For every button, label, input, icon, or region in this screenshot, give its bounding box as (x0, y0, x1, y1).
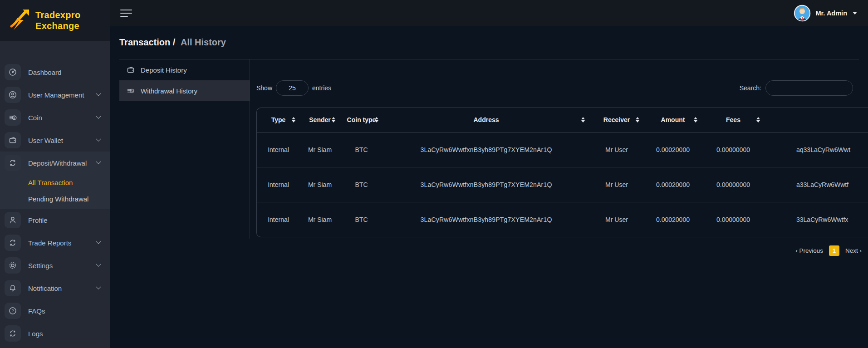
history-tabs: Deposit History $ Withdrawal History (119, 59, 250, 101)
entries-select[interactable]: 25 (276, 80, 309, 96)
chevron-down-icon (96, 91, 101, 96)
svg-text:$: $ (131, 89, 133, 93)
col-header-fees[interactable]: Fees (702, 108, 765, 132)
sidebar-item-settings[interactable]: Settings (0, 254, 110, 277)
table-row: Internal Mr Siam BTC 3LaCyRw6WwtfxnB3yh8… (257, 132, 868, 167)
chevron-down-icon (96, 159, 101, 164)
chevron-down-icon (96, 262, 101, 267)
pagination: ‹ Previous 1 Next › (256, 245, 868, 256)
tab-label: Withdrawal History (141, 87, 197, 95)
cell-amount: 0.00020000 (644, 167, 702, 202)
sidebar-item-label: Trade Reports (28, 239, 97, 247)
tab-deposit-history[interactable]: Deposit History (119, 59, 250, 80)
cell-address: 3LaCyRw6WwtfxnB3yh89PTg7XYEM2nAr1Q (383, 167, 589, 202)
cell-sender: Mr Siam (300, 132, 340, 167)
cell-sender: Mr Siam (300, 202, 340, 237)
topbar: Mr. Admin (110, 0, 868, 26)
sidebar-item-user-management[interactable]: User Management (0, 83, 110, 106)
cell-address: 3LaCyRw6WwtfxnB3yh89PTg7XYEM2nAr1Q (383, 132, 589, 167)
sidebar-item-deposit-withdrawal[interactable]: Deposit/Withdrawal (0, 152, 110, 174)
wallet-icon (127, 66, 135, 74)
col-header-amount[interactable]: Amount (644, 108, 702, 132)
cell-txid: 33LaCyRw6Wwtfx (765, 202, 868, 237)
sidebar-item-label: Coin (28, 114, 97, 122)
cell-txid: aq33LaCyRw6Wwt (765, 132, 868, 167)
cell-type: Internal (257, 202, 300, 237)
sidebar-item-label: Notification (28, 284, 97, 292)
page: Transaction / All History Deposit Histor… (110, 26, 868, 348)
tab-label: Deposit History (141, 66, 187, 74)
cell-fees: 0.00000000 (702, 202, 765, 237)
col-header-coin-type[interactable]: Coin type (340, 108, 383, 132)
col-header-type[interactable]: Type (257, 108, 300, 132)
col-header-receiver[interactable]: Receiver (589, 108, 644, 132)
sort-icon (375, 117, 378, 123)
cell-fees: 0.00000000 (702, 132, 765, 167)
cell-fees: 0.00000000 (702, 167, 765, 202)
sort-icon (636, 117, 639, 123)
brand-logo[interactable]: Tradexpro Exchange (0, 0, 110, 41)
sort-icon (292, 117, 295, 123)
col-header-txid (765, 108, 868, 132)
sidebar-item-dashboard[interactable]: Dashboard (0, 61, 110, 83)
cell-address: 3LaCyRw6WwtfxnB3yh89PTg7XYEM2nAr1Q (383, 202, 589, 237)
chevron-down-icon (96, 284, 101, 289)
table-controls: Show 25 entries Search: (256, 80, 868, 96)
cell-receiver: Mr User (589, 202, 644, 237)
sidebar-item-coin[interactable]: $ Coin (0, 106, 110, 129)
table-section: Show 25 entries Search: (256, 80, 868, 256)
sidebar-item-notification[interactable]: Notification (0, 277, 110, 299)
sort-icon (332, 117, 335, 123)
search-area: Search: (740, 80, 853, 96)
sidebar-menu: Dashboard User Management $ Coin (0, 41, 110, 345)
sidebar-subitem-all-transaction[interactable]: All Transaction (0, 174, 110, 191)
wallet-icon (5, 132, 21, 148)
table-header-row: Type Sender Coin type Address Receiver A… (257, 108, 868, 132)
swap-circle-icon (5, 325, 21, 342)
chevron-down-icon (96, 239, 101, 244)
sidebar-subitem-pending-withdrawal[interactable]: Pending Withdrawal (0, 191, 110, 207)
sidebar: Tradexpro Exchange Dashboard User Manage… (0, 0, 110, 348)
chevron-down-icon (853, 12, 857, 15)
svg-text:$: $ (13, 116, 15, 119)
sidebar-item-trade-reports[interactable]: Trade Reports (0, 231, 110, 254)
sidebar-item-faqs[interactable]: ? FAQs (0, 299, 110, 322)
pagination-previous[interactable]: ‹ Previous (795, 247, 823, 254)
brand-name: Tradexpro Exchange (35, 10, 80, 31)
user-circle-icon (5, 87, 21, 103)
sidebar-item-label: FAQs (28, 307, 100, 315)
table-row: Internal Mr Siam BTC 3LaCyRw6WwtfxnB3yh8… (257, 202, 868, 237)
user-menu[interactable]: Mr. Admin (794, 5, 857, 22)
hamburger-icon[interactable] (120, 10, 132, 17)
breadcrumb-page: All History (181, 37, 226, 47)
cell-amount: 0.00020000 (644, 202, 702, 237)
svg-text:?: ? (12, 309, 14, 313)
cell-coin-type: BTC (340, 202, 383, 237)
page-header: Transaction / All History (119, 26, 859, 59)
sidebar-item-label: Settings (28, 262, 97, 270)
sidebar-item-logs[interactable]: Logs (0, 322, 110, 345)
cell-type: Internal (257, 167, 300, 202)
sidebar-item-label: Profile (28, 216, 100, 224)
cell-type: Internal (257, 132, 300, 167)
col-header-address[interactable]: Address (383, 108, 589, 132)
pagination-next[interactable]: Next › (845, 247, 862, 254)
gauge-icon (5, 64, 21, 80)
sidebar-item-profile[interactable]: Profile (0, 209, 110, 231)
sidebar-item-label: Deposit/Withdrawal (28, 159, 97, 167)
coin-icon: $ (5, 109, 21, 126)
tab-withdrawal-history[interactable]: $ Withdrawal History (119, 80, 250, 101)
sidebar-item-label: User Wallet (28, 137, 97, 144)
sort-icon (694, 117, 697, 123)
search-input[interactable] (765, 80, 853, 96)
col-header-sender[interactable]: Sender (300, 108, 340, 132)
breadcrumb-section: Transaction / (119, 37, 175, 47)
lightning-arrow-icon (9, 8, 32, 33)
page-title: Transaction / All History (119, 37, 226, 48)
cell-coin-type: BTC (340, 167, 383, 202)
search-label: Search: (740, 84, 761, 92)
pagination-page-1[interactable]: 1 (829, 245, 839, 256)
sidebar-item-user-wallet[interactable]: User Wallet (0, 129, 110, 152)
question-circle-icon: ? (5, 303, 21, 319)
entries-label: entries (312, 84, 331, 92)
